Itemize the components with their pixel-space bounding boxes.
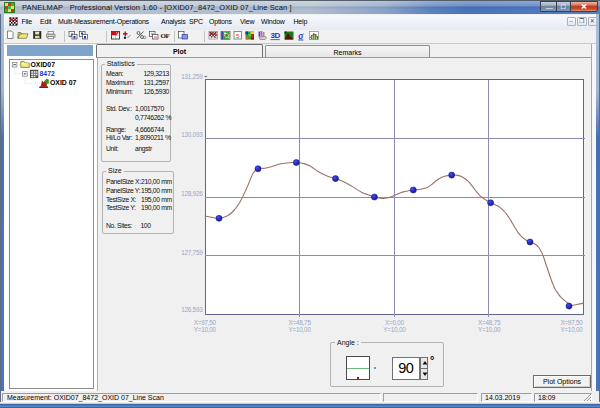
svg-text:OF: OF [161,32,170,40]
svg-text:σ: σ [298,31,304,41]
svg-text:3D: 3D [271,31,281,40]
